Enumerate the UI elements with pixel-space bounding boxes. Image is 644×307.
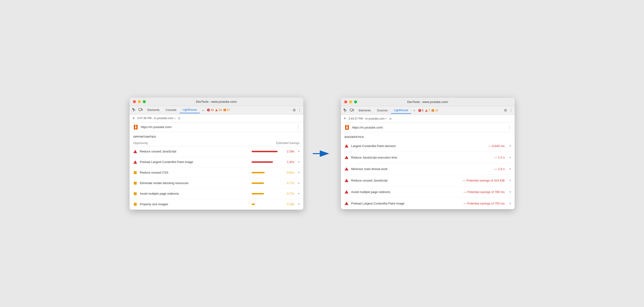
maximize-dot[interactable] — [143, 100, 146, 103]
opp-chevron-3[interactable]: ▾ — [298, 171, 300, 174]
opp-savings-3: 0.81s — [283, 171, 294, 174]
diag-row-2[interactable]: Reduce JavaScript execution time — 1.5 s… — [341, 152, 515, 163]
opp-bar-4 — [252, 182, 264, 184]
svg-rect-2 — [142, 109, 142, 110]
badge-orange-right: ! 7 — [425, 109, 430, 112]
opp-row-4[interactable]: Eliminate render-blocking resources 0.77… — [130, 178, 303, 189]
more-icon-right[interactable]: ⋮ — [509, 108, 513, 113]
diag-label-3: Minimize main-thread work — [351, 167, 492, 171]
timestamp-dropdown-right[interactable]: ▾ — [386, 117, 387, 120]
lh-menu-right[interactable]: ⋮ — [508, 125, 511, 130]
opp-bar-container-3 — [252, 172, 280, 173]
timestamp-dropdown-left[interactable]: ▾ — [174, 117, 176, 120]
svg-rect-11 — [135, 127, 136, 129]
diag-row-6[interactable]: Preload Largest Contentful Paint image —… — [341, 198, 515, 209]
diag-value-1: — 6,640 ms — [488, 144, 504, 148]
opp-bar-container-4 — [252, 182, 280, 184]
opp-chevron-2[interactable]: ▾ — [298, 160, 300, 163]
opp-row-1[interactable]: Reduce unused JavaScript 2.59s ▾ — [130, 146, 303, 157]
more-icon-left[interactable]: ⋮ — [298, 108, 302, 112]
diag-chevron-2[interactable]: ▾ — [510, 156, 511, 159]
tab-more-left[interactable]: » — [200, 107, 206, 113]
diag-label-1: Largest Contentful Paint element — [351, 144, 486, 148]
diag-chevron-3[interactable]: ▾ — [510, 167, 511, 171]
diag-chevron-4[interactable]: ▾ — [510, 179, 511, 182]
tab-console-left[interactable]: Console — [163, 107, 179, 113]
close-dot[interactable] — [133, 100, 136, 103]
add-tab-right[interactable]: + — [344, 116, 346, 121]
left-tab-bar: Elements Console Lighthouse » ✕ 10 ! 24 … — [130, 106, 303, 114]
opp-bar-5 — [252, 193, 264, 194]
opp-chevron-6[interactable]: ▾ — [298, 203, 300, 206]
stop-icon-right[interactable]: ⊘ — [389, 117, 392, 121]
right-section-title: DIAGNOSTICS — [341, 132, 515, 140]
col1-header: Opportunity — [133, 141, 148, 145]
tab-badges-right: ✕ 8 ! 7 i 10 — [418, 109, 438, 112]
svg-text:✕: ✕ — [208, 109, 209, 111]
diag-label-5: Avoid multiple page redirects — [351, 190, 461, 194]
opp-bar-2 — [252, 161, 273, 163]
opp-row-3[interactable]: Reduce unused CSS 0.81s ▾ — [130, 167, 303, 178]
opp-bar-container-2 — [252, 161, 280, 163]
opp-bar-container-1 — [252, 151, 280, 152]
opp-row-2[interactable]: Preload Largest Contentful Paint image 1… — [130, 157, 303, 167]
opp-chevron-5[interactable]: ▾ — [298, 192, 300, 195]
opp-chevron-4[interactable]: ▾ — [298, 182, 300, 185]
diag-row-5[interactable]: Avoid multiple page redirects — Potentia… — [341, 186, 515, 198]
add-tab-left[interactable]: + — [132, 116, 135, 121]
tab-more-right[interactable]: » — [412, 108, 417, 113]
maximize-dot-right[interactable] — [354, 100, 357, 103]
lh-menu-left[interactable]: ⋮ — [296, 125, 300, 129]
badge-red-right: ✕ 8 — [418, 109, 424, 112]
window-controls-left — [133, 100, 146, 103]
opp-row-5[interactable]: Avoid multiple page redirects 0.77s ▾ — [130, 189, 303, 199]
settings-icon-left[interactable]: ⚙ — [292, 108, 296, 112]
tab-elements-left[interactable]: Elements — [144, 107, 162, 113]
diag-value-3: — 2.6 s — [494, 167, 505, 171]
diag-value-5: — Potential savings of 780 ms — [464, 190, 505, 194]
diag-row-4[interactable]: Reduce unused JavaScript — Potential sav… — [341, 175, 515, 186]
tab-elements-right[interactable]: Elements — [356, 107, 374, 113]
opp-bar-3 — [252, 172, 264, 173]
settings-icon-right[interactable]: ⚙ — [504, 108, 507, 113]
opportunity-list: Reduce unused JavaScript 2.59s ▾ Preload… — [130, 146, 303, 210]
diag-chevron-5[interactable]: ▾ — [510, 190, 511, 194]
stop-icon-left[interactable]: ⊘ — [178, 116, 180, 120]
diag-icon-2 — [345, 155, 348, 159]
tab-lighthouse-right[interactable]: Lighthouse — [391, 107, 411, 114]
svg-rect-16 — [350, 109, 353, 111]
device-icon — [138, 107, 143, 113]
diagnostics-list: Largest Contentful Paint element — 6,640… — [341, 140, 515, 209]
left-section-title: OPPORTUNITIES — [130, 132, 303, 140]
opp-icon-3 — [133, 171, 137, 175]
minimize-dot-right[interactable] — [349, 100, 352, 103]
diag-label-2: Reduce JavaScript execution time — [351, 156, 492, 159]
svg-rect-26 — [346, 127, 348, 129]
connecting-arrow — [313, 149, 332, 158]
lighthouse-icon-left — [133, 124, 138, 130]
diag-chevron-6[interactable]: ▾ — [510, 202, 511, 205]
left-title-bar: DevTools - www.youtube.com/ — [130, 98, 303, 106]
opp-bar-6 — [252, 204, 255, 205]
opp-row-6[interactable]: Properly size images 0.16s ▾ — [130, 199, 303, 210]
tab-sources-right[interactable]: Sources — [374, 107, 391, 113]
device-icon-right — [349, 108, 354, 113]
opp-chevron-1[interactable]: ▾ — [298, 150, 300, 153]
minimize-dot[interactable] — [138, 100, 141, 103]
svg-rect-25 — [346, 126, 348, 126]
svg-rect-17 — [353, 109, 354, 111]
opp-savings-1: 2.59s — [283, 150, 294, 153]
diag-chevron-1[interactable]: ▾ — [510, 144, 511, 148]
opp-label-5: Avoid multiple page redirects — [140, 192, 249, 195]
left-window-title: DevTools - www.youtube.com/ — [196, 100, 237, 103]
diag-row-1[interactable]: Largest Contentful Paint element — 6,640… — [341, 140, 515, 152]
opp-savings-5: 0.77s — [283, 192, 294, 195]
right-devtools-window: DevTools - www.youtube.com/ Elements Sou… — [341, 98, 515, 209]
diag-icon-5 — [345, 190, 348, 194]
diag-row-3[interactable]: Minimize main-thread work — 2.6 s ▾ — [341, 163, 515, 175]
diag-value-2: — 1.5 s — [494, 156, 505, 159]
diag-icon-4 — [345, 178, 348, 182]
close-dot-right[interactable] — [344, 100, 347, 103]
left-timestamp: 3:47:46 PM - m.youtube.com ▾ — [137, 117, 176, 120]
tab-lighthouse-left[interactable]: Lighthouse — [180, 107, 200, 113]
